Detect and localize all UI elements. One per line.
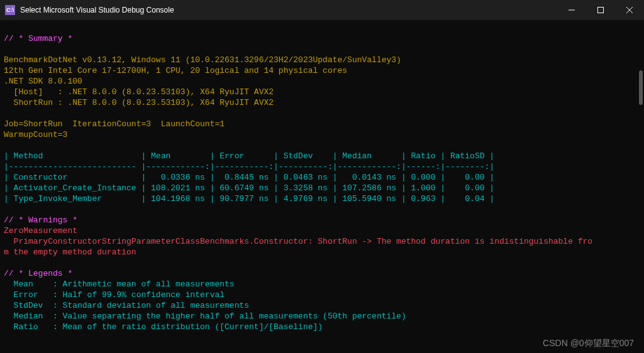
- legend-line: StdDev : Standard deviation of all measu…: [4, 301, 249, 310]
- watermark: CSDN @0仰望星空007: [543, 338, 634, 349]
- console-output[interactable]: // * Summary * BenchmarkDotNet v0.13.12,…: [0, 20, 644, 335]
- app-icon: C:\: [5, 5, 15, 15]
- svg-rect-1: [598, 8, 604, 13]
- close-button[interactable]: [615, 0, 644, 20]
- scrollbar-track[interactable]: [635, 20, 644, 353]
- job-line: Job=ShortRun IterationCount=3 LaunchCoun…: [4, 119, 225, 129]
- warning-message: PrimaryConstructorStringParameterClassBe…: [4, 237, 592, 246]
- table-row: | Activator_Create_Instance | 108.2021 n…: [4, 183, 494, 193]
- legend-line: Median : Value separating the higher hal…: [4, 312, 406, 321]
- table-header: | Method | Mean | Error | StdDev | Media…: [4, 151, 494, 161]
- maximize-button[interactable]: [586, 0, 615, 20]
- table-separator: |-------------------------- |-----------…: [4, 162, 494, 171]
- close-icon: [626, 7, 633, 13]
- legends-header: // * Legends *: [4, 269, 72, 278]
- titlebar: C:\ Select Microsoft Visual Studio Debug…: [0, 0, 644, 20]
- env-line: BenchmarkDotNet v0.13.12, Windows 11 (10…: [4, 55, 401, 65]
- legend-line: Mean : Arithmetic mean of all measuremen…: [4, 280, 235, 289]
- maximize-icon: [597, 7, 604, 13]
- env-line: [Host] : .NET 8.0.0 (8.0.23.53103), X64 …: [4, 87, 274, 97]
- warnings-header: // * Warnings *: [4, 215, 77, 225]
- warning-message: m the empty method duration: [4, 247, 136, 257]
- legend-line: Error : Half of 99.9% confidence interva…: [4, 290, 225, 300]
- env-line: 12th Gen Intel Core i7-12700H, 1 CPU, 20…: [4, 66, 347, 75]
- minimize-button[interactable]: [557, 0, 586, 20]
- window-controls: [557, 0, 644, 20]
- table-row: | Type_Invoke_Member | 104.1968 ns | 90.…: [4, 194, 494, 204]
- summary-header: // * Summary *: [4, 34, 72, 43]
- warning-name: ZeroMeasurement: [4, 226, 77, 236]
- table-row: | Constructor | 0.0336 ns | 0.8445 ns | …: [4, 173, 494, 182]
- env-line: ShortRun : .NET 8.0.0 (8.0.23.53103), X6…: [4, 98, 274, 107]
- minimize-icon: [569, 7, 575, 13]
- legend-line: Ratio : Mean of the ratio distribution (…: [4, 322, 323, 332]
- scrollbar-thumb[interactable]: [639, 70, 643, 105]
- window-title: Select Microsoft Visual Studio Debug Con…: [20, 6, 174, 14]
- warmup-line: WarmupCount=3: [4, 130, 67, 139]
- env-line: .NET SDK 8.0.100: [4, 77, 82, 86]
